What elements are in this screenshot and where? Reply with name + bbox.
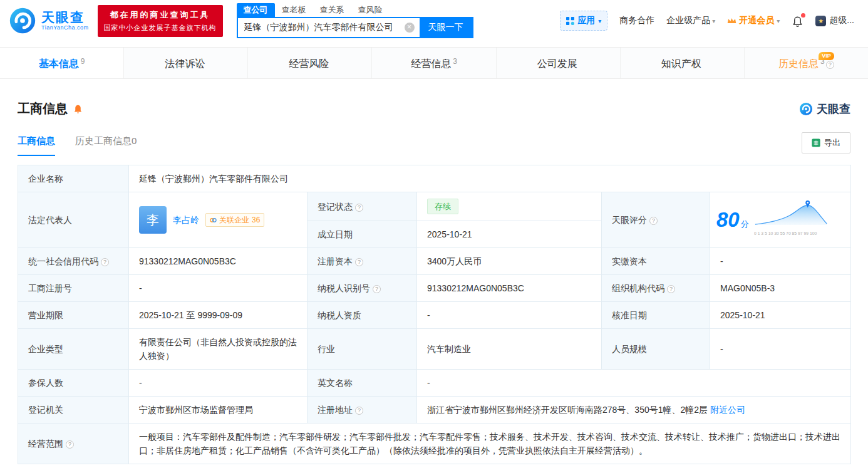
table-row: 企业类型 有限责任公司（非自然人投资或控股的法人独资） 行业 汽车制造业 人员规… [18, 329, 851, 370]
search-area: 查公司 查老板 查关系 查风险 × 天眼一下 [237, 4, 473, 38]
taxpayer-id-value: 91330212MAG0N05B3C [417, 275, 602, 302]
help-icon[interactable]: ? [101, 258, 109, 266]
help-icon[interactable]: ? [355, 204, 363, 212]
field-label: 经营范围? [18, 424, 129, 464]
staff-size-value: - [710, 329, 851, 370]
tab-basic-info[interactable]: 基本信息9 [0, 48, 124, 78]
field-label: 营业期限 [18, 302, 129, 329]
excel-icon [812, 138, 820, 147]
field-label: 成立日期 [307, 221, 417, 248]
field-label: 纳税人识别号? [307, 275, 417, 302]
promo-line2: 国家中小企业发展子基金旗下机构 [104, 23, 217, 33]
english-name-value: - [417, 370, 851, 397]
export-button[interactable]: 导出 [802, 132, 850, 153]
subscribe-bell-icon[interactable] [73, 103, 83, 114]
menu-open-vip[interactable]: 开通会员 ▾ [727, 15, 780, 26]
table-row: 登记机关 宁波市鄞州区市场监督管理局 注册地址? 浙江省宁波市鄞州区鄞州经济开发… [18, 397, 851, 424]
watermark-text: 天眼查 [817, 101, 850, 117]
reg-address-value: 浙江省宁波市鄞州区鄞州经济开发区听海南路278号、350号1幢、2幢2层 附近公… [417, 397, 851, 424]
tianyancha-watermark-icon [799, 102, 813, 116]
tab-legal-litigation[interactable]: 法律诉讼 [124, 48, 248, 78]
score-value[interactable]: 80分 [716, 209, 749, 231]
help-icon[interactable]: ? [355, 258, 363, 266]
vip-tag: VIP [819, 52, 834, 60]
field-label: 实缴资本 [602, 248, 710, 275]
tab-operating-risk[interactable]: 经营风险 [248, 48, 372, 78]
apps-menu-button[interactable]: 应用 ▾ [560, 11, 607, 31]
top-header: 天眼查 TianYanCha.com 都在用的商业查询工具 国家中小企业发展子基… [0, 0, 868, 41]
menu-enterprise-products[interactable]: 企业级产品 ▾ [666, 15, 715, 26]
tab-count: 9 [81, 57, 85, 66]
help-icon[interactable]: ? [355, 407, 363, 415]
notification-bell-icon[interactable] [792, 15, 803, 27]
insured-count-value: - [129, 370, 307, 397]
search-input[interactable] [238, 18, 405, 37]
field-label: 注册地址? [307, 397, 417, 424]
business-term-value: 2025-10-21 至 9999-09-09 [129, 302, 307, 329]
score-chart: 0 1 3 5 10 30 55 70 85 97 99 100 [754, 199, 829, 241]
field-label: 企业名称 [18, 165, 129, 192]
table-row: 经营范围? 一般项目：汽车零部件及配件制造；汽车零部件研发；汽车零部件批发；汽车… [18, 424, 851, 464]
chevron-down-icon: ▾ [712, 18, 715, 24]
help-icon[interactable]: ? [826, 61, 834, 69]
related-companies-badge[interactable]: 关联企业 36 [205, 213, 264, 227]
field-label: 参保人数 [18, 370, 129, 397]
tab-company-development[interactable]: 公司发展 [497, 48, 621, 78]
subtab-history-business-info[interactable]: 历史工商信息0 [75, 135, 137, 156]
tab-intellectual-property[interactable]: 知识产权 [621, 48, 745, 78]
field-label: 法定代表人 [18, 192, 129, 248]
account-menu[interactable]: ★ 超级... [815, 15, 854, 26]
status-badge: 存续 [427, 199, 458, 214]
field-label: 人员规模 [602, 329, 710, 370]
search-button[interactable]: 天眼一下 [420, 18, 472, 37]
main-nav-tabs: 基本信息9 法律诉讼 经营风险 经营信息3 公司发展 知识产权 历史信息3? V… [0, 47, 868, 79]
help-icon[interactable]: ? [66, 440, 74, 449]
tianyancha-logo-icon [9, 7, 36, 34]
clear-search-icon[interactable]: × [405, 23, 415, 33]
legal-rep-link[interactable]: 李占岭 [173, 213, 199, 227]
paid-capital-value: - [710, 248, 851, 275]
field-label: 登记机关 [18, 397, 129, 424]
industry-value: 汽车制造业 [417, 329, 602, 370]
notification-dot [801, 13, 805, 18]
tianyancha-logo[interactable]: 天眼查 TianYanCha.com [9, 7, 89, 34]
promo-line1: 都在用的商业查询工具 [104, 9, 217, 21]
field-label: 注册资本? [307, 248, 417, 275]
table-row: 参保人数 - 英文名称 - [18, 370, 851, 397]
help-icon[interactable]: ? [667, 285, 675, 293]
search-tab-boss[interactable]: 查老板 [275, 3, 313, 17]
link-icon [210, 217, 217, 224]
search-tab-company[interactable]: 查公司 [237, 3, 275, 17]
vip-badge-icon: ★ [815, 16, 826, 26]
table-row: 营业期限 2025-10-21 至 9999-09-09 纳税人资质 - 核准日… [18, 302, 851, 329]
field-label: 行业 [307, 329, 417, 370]
main-content: 工商信息 天眼查 工商信息 历史工商信息0 [0, 100, 868, 468]
business-scope-value: 一般项目：汽车零部件及配件制造；汽车零部件研发；汽车零部件批发；汽车零配件零售；… [129, 424, 851, 464]
tab-operating-info[interactable]: 经营信息3 [372, 48, 496, 78]
company-name-value: 延锋（宁波鄞州）汽车零部件有限公司 [129, 165, 851, 192]
tab-history-info[interactable]: 历史信息3? VIP [745, 48, 868, 78]
field-label: 企业类型 [18, 329, 129, 370]
logo-text-en: TianYanCha.com [41, 24, 89, 31]
company-type-value: 有限责任公司（非自然人投资或控股的法人独资） [129, 329, 307, 370]
chevron-down-icon: ▾ [777, 18, 780, 24]
help-icon[interactable]: ? [649, 217, 658, 225]
reg-status-cell: 存续 [417, 192, 602, 221]
score-axis-labels: 0 1 3 5 10 30 55 70 85 97 99 100 [754, 228, 817, 240]
field-label: 统一社会信用代码? [18, 248, 129, 275]
field-label: 组织机构代码? [602, 275, 710, 302]
establish-date-value: 2025-10-21 [417, 221, 602, 248]
help-icon[interactable]: ? [373, 285, 381, 293]
logo-text-cn: 天眼查 [41, 11, 89, 24]
promo-badge: 都在用的商业查询工具 国家中小企业发展子基金旗下机构 [98, 5, 223, 37]
search-tab-relation[interactable]: 查关系 [313, 3, 351, 17]
search-tab-risk[interactable]: 查风险 [351, 3, 390, 17]
menu-cooperation[interactable]: 商务合作 [619, 15, 654, 26]
org-code-value: MAG0N05B-3 [710, 275, 851, 302]
chevron-down-icon: ▾ [598, 18, 601, 24]
legal-rep-avatar[interactable]: 李 [139, 206, 167, 234]
subtab-business-info[interactable]: 工商信息 [18, 135, 55, 156]
nearby-companies-link[interactable]: 附近公司 [710, 405, 745, 415]
field-label: 英文名称 [307, 370, 417, 397]
table-row: 统一社会信用代码? 91330212MAG0N05B3C 注册资本? 3400万… [18, 248, 851, 275]
